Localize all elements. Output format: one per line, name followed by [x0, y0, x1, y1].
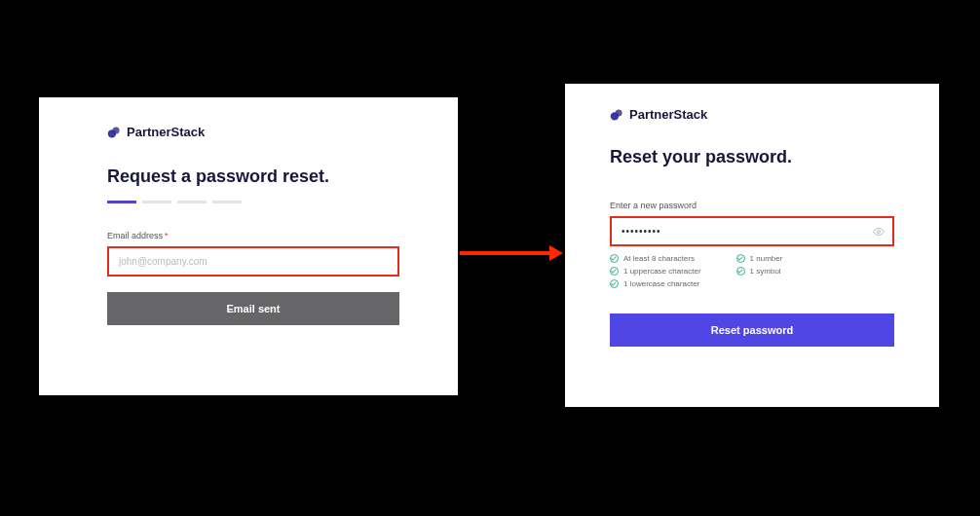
svg-marker-3: [549, 245, 563, 261]
brand-logo: PartnerStack: [107, 125, 399, 139]
flow-arrow-icon: [460, 243, 563, 263]
request-reset-panel: PartnerStack Request a password reset. E…: [39, 97, 458, 395]
progress-indicator: [107, 201, 399, 203]
check-icon: [736, 267, 745, 276]
progress-step-2: [142, 201, 171, 203]
reset-heading: Reset your password.: [610, 147, 894, 167]
required-asterisk: *: [165, 231, 169, 240]
partnerstack-icon: [107, 126, 121, 139]
password-input[interactable]: [610, 216, 894, 246]
brand-name: PartnerStack: [629, 107, 707, 122]
check-icon: [610, 279, 619, 288]
password-label: Enter a new password: [610, 201, 894, 210]
brand-name: PartnerStack: [127, 125, 205, 139]
partnerstack-icon: [610, 108, 623, 122]
rule-lowercase: 1 lowercase character: [610, 279, 701, 288]
rule-text: 1 uppercase character: [623, 267, 701, 276]
reset-password-button[interactable]: Reset password: [610, 313, 894, 347]
password-wrapper: [610, 216, 894, 262]
rule-text: 1 lowercase character: [623, 279, 699, 288]
brand-logo: PartnerStack: [610, 107, 894, 122]
svg-point-5: [616, 109, 622, 116]
email-sent-button[interactable]: Email sent: [107, 292, 399, 325]
eye-icon[interactable]: [873, 224, 885, 236]
check-icon: [610, 267, 619, 276]
svg-point-1: [113, 127, 120, 133]
request-heading: Request a password reset.: [107, 166, 399, 187]
rule-symbol: 1 symbol: [736, 267, 783, 276]
reset-password-panel: PartnerStack Reset your password. Enter …: [565, 84, 939, 407]
rule-uppercase: 1 uppercase character: [610, 267, 701, 276]
progress-step-4: [212, 201, 242, 203]
rule-text: 1 symbol: [750, 267, 781, 276]
email-label: Email address*: [107, 231, 399, 240]
email-input[interactable]: [107, 246, 399, 276]
progress-step-3: [177, 201, 207, 203]
progress-step-1: [107, 201, 136, 203]
email-label-text: Email address: [107, 231, 163, 240]
svg-point-6: [878, 231, 881, 234]
